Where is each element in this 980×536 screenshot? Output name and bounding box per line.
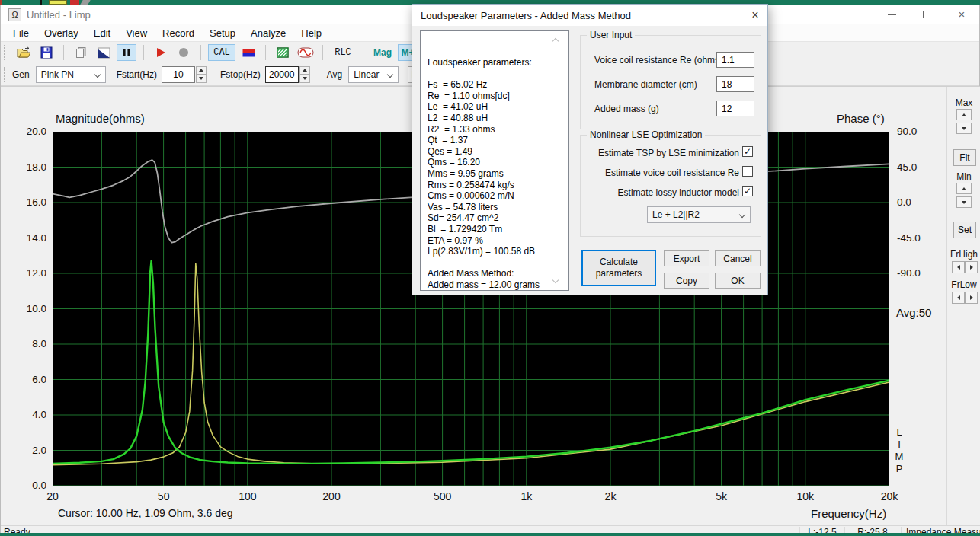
open-file-icon[interactable] (14, 44, 34, 61)
copy-icon[interactable] (71, 44, 91, 61)
frequency-tick: 50 (158, 490, 170, 502)
pause-icon[interactable] (117, 44, 136, 61)
cal-button[interactable]: CAL (208, 44, 235, 61)
arrow-down-icon (962, 201, 966, 204)
window-title: Untitled - Limp (27, 9, 91, 21)
fstop-down-button[interactable] (299, 75, 310, 83)
fstart-up-button[interactable] (196, 66, 207, 75)
fstart-input[interactable] (162, 66, 195, 83)
parameters-listbox[interactable]: Loudspeaker parameters: Fs = 65.02 HzRe … (420, 30, 569, 291)
fstart-down-button[interactable] (196, 75, 207, 83)
magnitude-tick: 16.0 (11, 196, 46, 208)
minimize-button[interactable] (874, 5, 909, 24)
save-icon[interactable] (37, 44, 56, 61)
magnitude-tick: 0.0 (11, 480, 46, 491)
dialog-close-button[interactable]: × (747, 8, 764, 23)
frhigh-left-button[interactable] (952, 261, 965, 273)
fstart-stepper (162, 66, 207, 83)
arrow-down-icon (962, 127, 966, 130)
rlc-label: RLC (331, 46, 355, 59)
magnitude-tick: 10.0 (11, 303, 46, 314)
limp-watermark-letter: M (894, 451, 905, 463)
generator-sine-icon[interactable] (296, 44, 315, 61)
generator-type-select[interactable]: Pink PN (36, 66, 106, 83)
re-field[interactable] (716, 52, 754, 68)
set-button[interactable]: Set (953, 222, 976, 238)
ok-button[interactable]: OK (715, 273, 761, 289)
param-line: Sd= 254.47 cm^2 (428, 212, 568, 224)
menu-item-setup[interactable]: Setup (202, 26, 243, 40)
phase-tick: -45.0 (897, 232, 921, 244)
arrow-right-icon (970, 265, 973, 270)
menu-item-view[interactable]: View (118, 26, 155, 40)
fstop-input[interactable] (265, 66, 299, 83)
frequency-tick: 20k (881, 490, 898, 502)
ok-label: OK (731, 276, 744, 286)
scroll-up-icon[interactable] (552, 38, 559, 44)
check-tsp[interactable]: ✓ (742, 146, 753, 157)
menu-item-overlay[interactable]: Overlay (37, 26, 86, 40)
magnitude-tick: 20.0 (11, 126, 46, 137)
frequency-tick: 20 (46, 490, 59, 502)
frhigh-arrows (952, 261, 978, 273)
frlow-left-button[interactable] (952, 292, 965, 304)
copy-button[interactable]: Copy (664, 273, 709, 289)
menu-item-help[interactable]: Help (293, 26, 329, 40)
frlow-right-button[interactable] (965, 292, 978, 304)
maximize-button[interactable] (909, 5, 944, 24)
menu-item-record[interactable]: Record (155, 26, 202, 40)
invert-flag-icon[interactable] (94, 44, 114, 61)
scale-controls: Max Fit Min Set FrHigh FrLow (946, 87, 980, 526)
averaging-select[interactable]: Linear (348, 66, 399, 83)
genbar-grip[interactable] (4, 67, 6, 82)
calculate-parameters-button[interactable]: Calculate parameters (581, 250, 656, 286)
max-label: Max (947, 97, 980, 108)
play-icon[interactable] (151, 44, 171, 61)
frequency-tick: 2k (605, 490, 617, 502)
rlc-button[interactable]: RLC (330, 44, 356, 61)
max-up-button[interactable] (956, 109, 972, 120)
param-line: Rms = 0.258474 kg/s (428, 180, 568, 191)
param-line: Mms = 9.95 grams (428, 168, 568, 180)
avg-count-badge: Avg:50 (896, 306, 931, 319)
frequency-tick: 1k (520, 490, 532, 502)
toolbar-grip[interactable] (4, 45, 6, 60)
min-up-button[interactable] (956, 183, 972, 194)
cursor-readout: Cursor: 10.00 Hz, 1.09 Ohm, 3.6 deg (58, 507, 233, 519)
close-button[interactable]: × (944, 5, 979, 24)
arrow-up-icon (962, 113, 966, 116)
user-input-group: User Input Voice coil resistance Re (ohm… (580, 35, 761, 129)
level-scale-icon[interactable] (273, 44, 293, 61)
re-field-label: Voice coil resistance Re (ohms) (594, 55, 722, 65)
lse-legend: Nonlinear LSE Optimization (587, 129, 705, 140)
maximize-icon (923, 11, 930, 18)
frequency-tick: 100 (239, 490, 256, 502)
check-re[interactable] (742, 166, 753, 177)
loudspeaker-parameters-dialog: Loudspeaker Parameters - Added Mass Meth… (412, 4, 768, 295)
fit-button[interactable]: Fit (953, 149, 976, 166)
minimize-icon (888, 14, 896, 15)
arrow-down-icon (199, 77, 203, 80)
diameter-field[interactable] (716, 76, 754, 92)
fstop-up-button[interactable] (299, 66, 310, 75)
record-icon[interactable] (174, 44, 194, 61)
menu-item-analyze[interactable]: Analyze (243, 26, 293, 40)
menu-item-edit[interactable]: Edit (86, 26, 118, 40)
check-tsp-label: Estimate TSP by LSE minimization (587, 148, 739, 158)
menu-item-file[interactable]: File (5, 26, 37, 40)
max-down-button[interactable] (956, 123, 972, 134)
mag-button[interactable]: Mag (370, 44, 395, 61)
red-blue-meter-icon[interactable] (239, 44, 258, 61)
min-down-button[interactable] (956, 196, 972, 208)
cancel-button[interactable]: Cancel (715, 250, 761, 266)
check-inductor[interactable]: ✓ (742, 186, 753, 196)
cal-label: CAL (210, 46, 234, 59)
frhigh-right-button[interactable] (965, 261, 978, 273)
inductor-model-select[interactable]: Le + L2||R2 (647, 206, 751, 223)
frequency-axis-title: Frequency(Hz) (811, 507, 886, 520)
export-button[interactable]: Export (664, 250, 709, 266)
toolbar-separator (200, 45, 201, 60)
added-mass-field[interactable] (716, 100, 754, 116)
dialog-title-bar[interactable]: Loudspeaker Parameters - Added Mass Meth… (412, 5, 767, 26)
close-icon: × (959, 11, 966, 18)
